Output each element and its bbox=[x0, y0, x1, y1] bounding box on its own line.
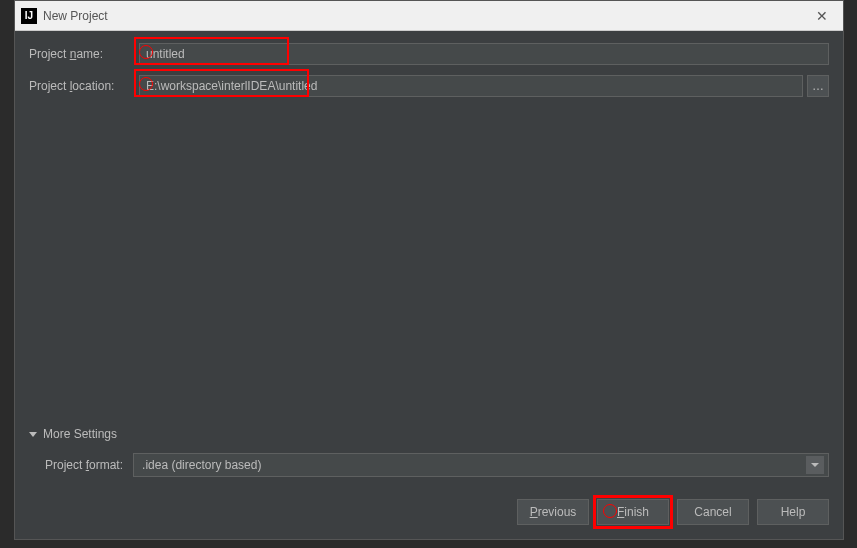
finish-button[interactable]: Finish bbox=[597, 499, 669, 525]
help-button[interactable]: Help bbox=[757, 499, 829, 525]
form-area: Project name: Project location: … bbox=[15, 31, 843, 427]
more-settings-section: More Settings Project format: .idea (dir… bbox=[15, 427, 843, 477]
background-editor-fragment bbox=[844, 30, 857, 530]
project-format-value: .idea (directory based) bbox=[142, 458, 261, 472]
project-name-label: Project name: bbox=[29, 47, 139, 61]
previous-button[interactable]: Previous bbox=[517, 499, 589, 525]
app-icon: IJ bbox=[21, 8, 37, 24]
project-format-label: Project format: bbox=[45, 458, 123, 472]
project-format-row: Project format: .idea (directory based) bbox=[29, 453, 829, 477]
new-project-dialog: IJ New Project ✕ Project name: Project l… bbox=[14, 0, 844, 540]
project-name-input[interactable] bbox=[139, 43, 829, 65]
project-location-input[interactable] bbox=[139, 75, 803, 97]
close-icon[interactable]: ✕ bbox=[807, 1, 837, 31]
chevron-down-icon bbox=[29, 432, 37, 437]
titlebar: IJ New Project ✕ bbox=[15, 1, 843, 31]
chevron-down-icon bbox=[806, 456, 824, 474]
project-name-row: Project name: bbox=[29, 43, 829, 65]
dialog-title: New Project bbox=[43, 9, 807, 23]
project-location-row: Project location: … bbox=[29, 75, 829, 97]
button-bar: Previous Finish Cancel Help bbox=[15, 489, 843, 539]
project-format-select[interactable]: .idea (directory based) bbox=[133, 453, 829, 477]
more-settings-label: More Settings bbox=[43, 427, 117, 441]
browse-button[interactable]: … bbox=[807, 75, 829, 97]
more-settings-toggle[interactable]: More Settings bbox=[29, 427, 829, 441]
project-location-label: Project location: bbox=[29, 79, 139, 93]
cancel-button[interactable]: Cancel bbox=[677, 499, 749, 525]
